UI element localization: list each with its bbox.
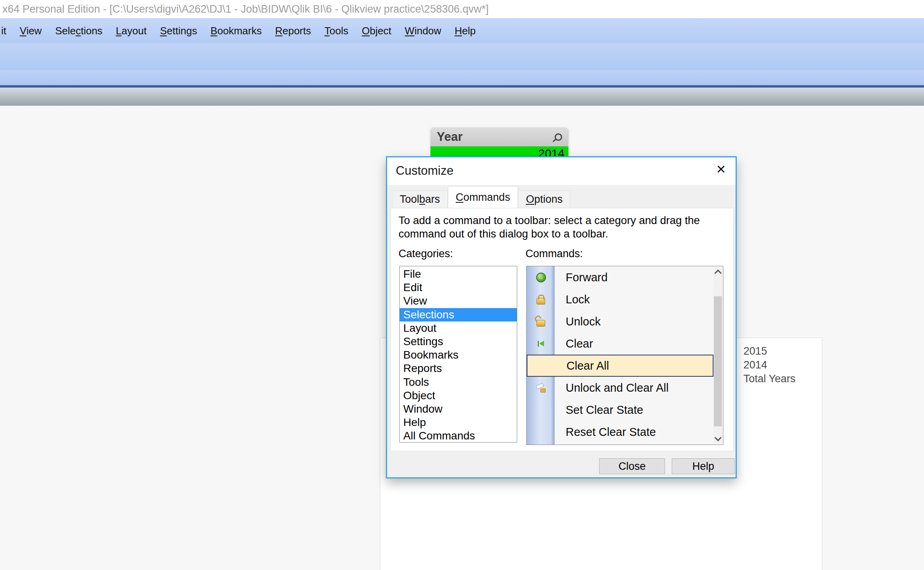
menu-item-object[interactable]: Object xyxy=(355,25,398,37)
close-icon[interactable]: ✕ xyxy=(716,162,726,177)
window-title: x64 Personal Edition - [C:\Users\digvi\A… xyxy=(2,3,488,15)
command-item-set-clear-state[interactable]: Set Clear State xyxy=(527,399,723,421)
legend-item-total-years: Total Years xyxy=(743,372,795,386)
category-item-object[interactable]: Object xyxy=(400,389,517,402)
customize-dialog: Customize ✕ Toolbars Commands Options To… xyxy=(386,156,737,478)
tab-toolbars[interactable]: Toolbars xyxy=(392,190,448,208)
legend-item-2015: 2015 xyxy=(743,344,795,358)
scroll-down-icon[interactable] xyxy=(714,434,721,441)
category-item-edit[interactable]: Edit xyxy=(400,281,517,294)
caption-gradient-band xyxy=(0,88,924,106)
menu-item-settings[interactable]: Settings xyxy=(153,25,204,37)
dialog-title: Customize xyxy=(396,164,453,178)
chart-legend: 2015 2014 Total Years xyxy=(743,344,795,386)
commands-label: Commands: xyxy=(525,248,583,260)
menu-item-layout[interactable]: Layout xyxy=(109,25,153,37)
close-button[interactable]: Close xyxy=(599,458,665,474)
forward-icon: → xyxy=(536,273,546,282)
command-item-clear-all[interactable]: Clear All xyxy=(527,355,713,377)
menu-item-reports[interactable]: Reports xyxy=(268,25,318,37)
year-listbox-header[interactable]: Year xyxy=(430,127,568,146)
command-item-forward[interactable]: → Forward xyxy=(527,266,723,288)
menu-item-window[interactable]: Window xyxy=(398,25,448,37)
category-item-settings[interactable]: Settings xyxy=(400,335,517,348)
menu-bar: it View Selections Layout Settings Bookm… xyxy=(0,18,924,43)
menu-item-edit-partial[interactable]: it xyxy=(0,25,13,37)
dialog-title-bar: Customize ✕ xyxy=(387,157,736,185)
lock-icon xyxy=(537,298,545,305)
categories-listbox[interactable]: File Edit View Selections Layout Setting… xyxy=(399,266,517,443)
clear-icon xyxy=(538,340,544,347)
command-item-unlock[interactable]: Unlock xyxy=(527,310,723,333)
category-item-file[interactable]: File xyxy=(400,267,517,281)
listbox-search-icon[interactable] xyxy=(555,133,562,141)
command-item-clear[interactable]: Clear xyxy=(527,333,723,355)
category-item-layout[interactable]: Layout xyxy=(400,321,517,335)
category-item-tools[interactable]: Tools xyxy=(400,376,517,389)
category-item-view[interactable]: View xyxy=(400,294,517,308)
commands-scrollbar[interactable] xyxy=(713,267,722,444)
menu-item-selections[interactable]: Selections xyxy=(48,25,109,37)
category-item-selections[interactable]: Selections xyxy=(400,308,517,321)
menu-item-tools[interactable]: Tools xyxy=(318,25,355,37)
dialog-instruction-text: To add a command to a toolbar: select a … xyxy=(399,214,711,241)
scrollbar-thumb[interactable] xyxy=(714,296,722,426)
menu-item-bookmarks[interactable]: Bookmarks xyxy=(204,25,268,37)
scroll-up-icon[interactable] xyxy=(714,269,721,277)
legend-item-2014: 2014 xyxy=(743,358,795,372)
command-item-lock[interactable]: Lock xyxy=(527,288,723,310)
category-item-reports[interactable]: Reports xyxy=(400,362,517,375)
dialog-tab-strip: Toolbars Commands Options xyxy=(392,187,570,208)
menu-item-view[interactable]: View xyxy=(13,25,48,37)
command-item-reset-clear-state[interactable]: Reset Clear State xyxy=(527,421,723,443)
design-toolbar-row: ▤ Σ ▦ ▧ ▥ ≣ Ⓥ ▭ A ↘ ◔ ✦ ○ ▢ ◎ ❖ ✐ ▣ ⇤ ↔ … xyxy=(0,70,924,85)
commands-tab-page: To add a command to a toolbar: select a … xyxy=(390,208,734,451)
tab-options[interactable]: Options xyxy=(518,190,570,208)
app-window: x64 Personal Edition - [C:\Users\digvi\A… xyxy=(0,0,924,570)
category-item-window[interactable]: Window xyxy=(400,402,517,416)
tab-commands[interactable]: Commands xyxy=(448,186,518,208)
help-button[interactable]: Help xyxy=(672,458,735,474)
title-bar: x64 Personal Edition - [C:\Users\digvi\A… xyxy=(0,0,924,18)
unlock-and-clear-all-icon xyxy=(536,383,546,392)
command-item-unlock-and-clear-all[interactable]: Unlock and Clear All xyxy=(527,377,723,399)
category-item-all-commands[interactable]: All Commands xyxy=(400,429,517,443)
standard-toolbar-row: ▦ ✎ ❏ ↶ ↷ ☑ ▥ ★ ✎ ? ↖? Clear xyxy=(0,43,924,70)
categories-label: Categories: xyxy=(399,248,453,260)
menu-item-help[interactable]: Help xyxy=(448,25,482,37)
commands-listbox[interactable]: → Forward Lock Unlock Clear Clear All xyxy=(526,266,723,445)
category-item-bookmarks[interactable]: Bookmarks xyxy=(400,348,517,362)
category-item-help[interactable]: Help xyxy=(400,416,517,429)
unlock-icon xyxy=(537,320,545,327)
year-listbox-title: Year xyxy=(437,130,555,144)
